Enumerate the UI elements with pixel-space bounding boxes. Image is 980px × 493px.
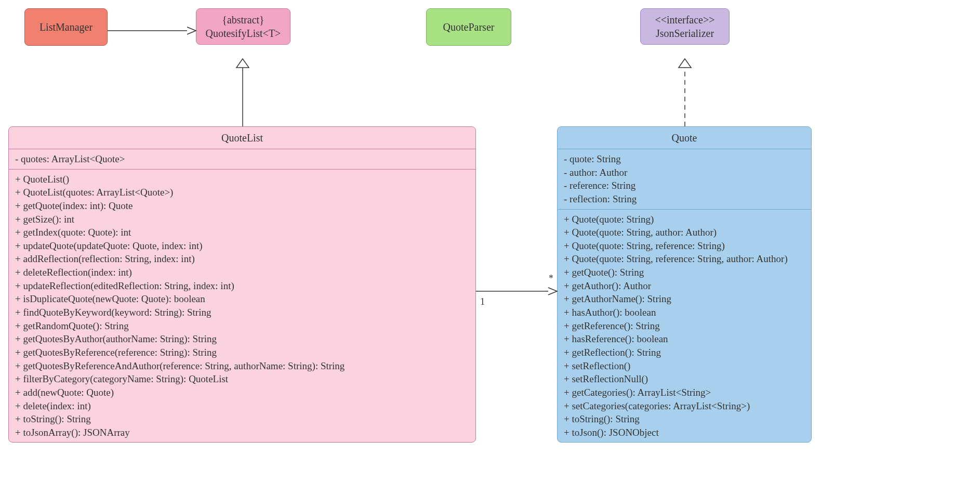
- member-line: + isDuplicateQuote(newQuote: Quote): boo…: [15, 292, 469, 306]
- member-line: + setReflectionNull(): [564, 372, 805, 386]
- multiplicity-right: *: [549, 273, 553, 284]
- class-name: QuotesifyList<T>: [206, 28, 281, 39]
- class-title: {abstract} QuotesifyList<T>: [196, 9, 290, 44]
- member-line: + QuoteList(): [15, 173, 469, 186]
- class-operations: + Quote(quote: String)+ Quote(quote: Str…: [558, 209, 811, 443]
- member-line: + getRandomQuote(): String: [15, 319, 469, 333]
- class-attributes: - quote: String- author: Author- referen…: [558, 149, 811, 209]
- class-listmanager: ListManager: [24, 8, 108, 46]
- assoc-quotelist-to-quote: [476, 288, 557, 295]
- multiplicity-left: 1: [480, 296, 485, 307]
- member-line: + Quote(quote: String, reference: String…: [564, 239, 805, 253]
- class-quotelist: QuoteList - quotes: ArrayList<Quote> + Q…: [8, 126, 476, 443]
- member-line: + getReference(): String: [564, 319, 805, 333]
- class-title: Quote: [558, 127, 811, 149]
- member-line: + updateReflection(editedReflection: Str…: [15, 279, 469, 293]
- member-line: + setCategories(categories: ArrayList<St…: [564, 399, 805, 413]
- class-quote: Quote - quote: String- author: Author- r…: [557, 126, 812, 443]
- member-line: - reference: String: [564, 179, 805, 192]
- member-line: + addReflection(reflection: String, inde…: [15, 252, 469, 266]
- member-line: - quotes: ArrayList<Quote>: [15, 152, 469, 166]
- member-line: + updateQuote(updateQuote: Quote, index:…: [15, 239, 469, 253]
- member-line: + toJsonArray(): JSONArray: [15, 426, 469, 439]
- member-line: + Quote(quote: String, reference: String…: [564, 252, 805, 266]
- member-line: - author: Author: [564, 166, 805, 179]
- class-quoteparser: QuoteParser: [426, 8, 511, 46]
- member-line: + toJson(): JSONObject: [564, 426, 805, 439]
- member-line: + setReflection(): [564, 359, 805, 373]
- class-title: ListManager: [25, 9, 107, 45]
- class-operations: + QuoteList()+ QuoteList(quotes: ArrayLi…: [9, 169, 475, 443]
- class-title: QuoteList: [9, 127, 475, 149]
- arrow-listmanager-to-quotesifylist: [108, 27, 196, 34]
- member-line: + getQuotesByAuthor(authorName: String):…: [15, 332, 469, 346]
- realize-quote-to-jsonserializer: [679, 59, 691, 126]
- class-title: QuoteParser: [427, 9, 511, 45]
- member-line: + getCategories(): ArrayList<String>: [564, 386, 805, 399]
- svg-marker-2: [236, 59, 249, 68]
- class-attributes: - quotes: ArrayList<Quote>: [9, 149, 475, 169]
- member-line: + findQuoteByKeyword(keyword: String): S…: [15, 306, 469, 319]
- class-jsonserializer: <<interface>> JsonSerializer: [640, 8, 730, 45]
- member-line: + add(newQuote: Quote): [15, 386, 469, 399]
- member-line: + getAuthorName(): String: [564, 292, 805, 306]
- gen-quotelist-to-quotesifylist: [236, 59, 249, 126]
- class-quotesifylist: {abstract} QuotesifyList<T>: [196, 8, 290, 45]
- member-line: + getReflection(): String: [564, 346, 805, 359]
- member-line: + QuoteList(quotes: ArrayList<Quote>): [15, 186, 469, 199]
- member-line: + getQuote(): String: [564, 266, 805, 279]
- class-name: JsonSerializer: [656, 28, 714, 39]
- class-stereotype: {abstract}: [222, 14, 264, 25]
- class-title: <<interface>> JsonSerializer: [641, 9, 729, 44]
- member-line: + deleteReflection(index: int): [15, 266, 469, 279]
- member-line: + getIndex(quote: Quote): int: [15, 226, 469, 239]
- svg-marker-4: [679, 59, 691, 68]
- member-line: + hasAuthor(): boolean: [564, 306, 805, 319]
- member-line: + toString(): String: [564, 412, 805, 426]
- class-stereotype: <<interface>>: [655, 14, 714, 25]
- member-line: + getQuote(index: int): Quote: [15, 199, 469, 213]
- member-line: + Quote(quote: String, author: Author): [564, 226, 805, 239]
- member-line: + toString(): String: [15, 412, 469, 426]
- member-line: - quote: String: [564, 152, 805, 166]
- member-line: + getSize(): int: [15, 213, 469, 226]
- member-line: + hasReference(): boolean: [564, 332, 805, 346]
- member-line: + filterByCategory(categoryName: String)…: [15, 372, 469, 386]
- member-line: + getQuotesByReferenceAndAuthor(referenc…: [15, 359, 469, 373]
- member-line: - reflection: String: [564, 192, 805, 206]
- member-line: + delete(index: int): [15, 399, 469, 413]
- member-line: + getQuotesByReference(reference: String…: [15, 346, 469, 359]
- member-line: + Quote(quote: String): [564, 213, 805, 226]
- member-line: + getAuthor(): Author: [564, 279, 805, 293]
